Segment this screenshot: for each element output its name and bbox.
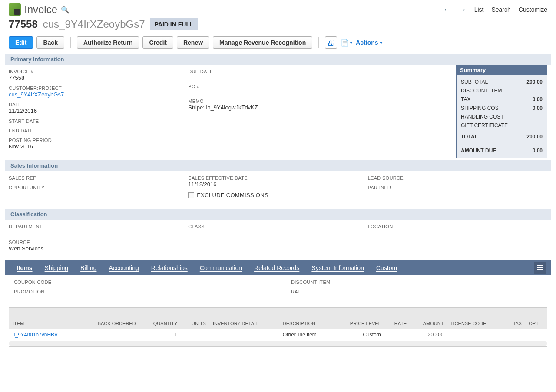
items-table: ITEM BACK ORDERED QUANTITY UNITS INVENTO…	[9, 308, 547, 340]
memo-value: Stripe: in_9Y4IogwJkTdvKZ	[188, 104, 367, 111]
credit-button[interactable]: Credit	[142, 36, 173, 49]
print-icon: 🖨	[327, 38, 335, 47]
start-date-label: START DATE	[9, 119, 188, 124]
item-desc: Other line item	[279, 329, 334, 341]
tab-accounting[interactable]: Accounting	[103, 261, 145, 275]
table-row[interactable]: ii_9Y4It01b7vhHBV 1 Other line item Cust…	[9, 329, 547, 341]
item-link[interactable]: ii_9Y4It01b7vhHBV	[13, 332, 58, 338]
tax-value: 0.00	[533, 96, 543, 102]
sales-rep-label: SALES REP	[9, 175, 188, 181]
primary-section-header: Primary Information	[5, 54, 551, 65]
item-amount: 200.00	[410, 329, 447, 341]
location-label: LOCATION	[368, 224, 547, 229]
discount-item-label: DISCOUNT ITEM	[291, 280, 542, 285]
date-value: 11/12/2016	[9, 108, 188, 114]
subtabs: Items Shipping Billing Accounting Relati…	[5, 260, 551, 275]
exclude-commissions-checkbox[interactable]	[188, 192, 194, 198]
tab-shipping[interactable]: Shipping	[39, 261, 75, 275]
opportunity-label: OPPORTUNITY	[9, 185, 188, 190]
edit-button[interactable]: Edit	[9, 36, 33, 49]
lead-source-label: LEAD SOURCE	[368, 175, 547, 181]
amount-due-label: AMOUNT DUE	[461, 148, 496, 154]
record-id: 77558	[9, 18, 38, 30]
authorize-return-button[interactable]: Authorize Return	[77, 36, 139, 49]
col-license: LICENSE CODE	[447, 308, 504, 329]
search-icon[interactable]: 🔍	[61, 6, 70, 14]
items-table-wrap: ITEM BACK ORDERED QUANTITY UNITS INVENTO…	[9, 307, 547, 347]
promotion-label: PROMOTION	[14, 289, 265, 294]
col-inventory: INVENTORY DETAIL	[209, 308, 279, 329]
effective-date-label: SALES EFFECTIVE DATE	[188, 175, 367, 181]
svg-rect-0	[537, 265, 543, 266]
back-button[interactable]: Back	[36, 36, 64, 49]
page-title: Invoice	[24, 3, 57, 16]
search-link[interactable]: Search	[492, 6, 511, 13]
tab-custom[interactable]: Custom	[370, 261, 403, 275]
forward-arrow-icon[interactable]: →	[459, 5, 467, 14]
subtotal-value: 200.00	[526, 79, 543, 85]
horizontal-scrollbar[interactable]	[9, 341, 547, 346]
manage-revenue-button[interactable]: Manage Revenue Recognition	[213, 36, 312, 49]
shipping-value: 0.00	[533, 105, 543, 111]
tab-relationships[interactable]: Relationships	[145, 261, 194, 275]
tax-label: TAX	[461, 96, 470, 102]
status-badge: PAID IN FULL	[150, 18, 198, 30]
summary-header: Summary	[457, 65, 547, 75]
invoice-no-value: 77558	[9, 75, 188, 81]
tab-menu-icon[interactable]	[534, 262, 546, 274]
posting-label: POSTING PERIOD	[9, 138, 188, 143]
memo-label: MEMO	[188, 99, 367, 104]
col-quantity: QUANTITY	[139, 308, 181, 329]
end-date-label: END DATE	[9, 128, 188, 133]
svg-rect-2	[537, 269, 543, 270]
tab-communication[interactable]: Communication	[194, 261, 248, 275]
rate-label: RATE	[291, 289, 542, 294]
posting-value: Nov 2016	[9, 143, 188, 150]
classification-section-header: Classification	[5, 209, 551, 220]
tab-billing[interactable]: Billing	[74, 261, 103, 275]
col-rate: RATE	[384, 308, 410, 329]
department-label: DEPARTMENT	[9, 224, 188, 229]
divider	[318, 37, 319, 48]
class-label: CLASS	[188, 224, 367, 229]
sales-section-header: Sales Information	[5, 160, 551, 171]
col-description: DESCRIPTION	[279, 308, 334, 329]
due-date-label: DUE DATE	[188, 69, 367, 74]
renew-button[interactable]: Renew	[177, 36, 209, 49]
coupon-code-label: COUPON CODE	[14, 280, 265, 285]
exclude-commissions-label: EXCLUDE COMMISSIONS	[197, 192, 268, 198]
customize-link[interactable]: Customize	[519, 6, 547, 13]
invoice-icon	[9, 3, 21, 16]
divider	[70, 37, 71, 48]
handling-label: HANDLING COST	[461, 114, 504, 120]
shipping-label: SHIPPING COST	[461, 105, 502, 111]
gift-label: GIFT CERTIFICATE	[461, 122, 508, 128]
col-back-ordered: BACK ORDERED	[79, 308, 139, 329]
col-amount: AMOUNT	[410, 308, 447, 329]
col-opt: OPT	[525, 308, 547, 329]
tab-items[interactable]: Items	[10, 261, 39, 275]
col-item: ITEM	[9, 308, 79, 329]
item-price: Custom	[334, 329, 384, 341]
svg-rect-1	[537, 267, 543, 268]
date-label: DATE	[9, 102, 188, 107]
record-name: cus_9Y4IrXZeoybGs7	[43, 18, 145, 30]
effective-date-value: 11/12/2016	[188, 181, 367, 188]
list-link[interactable]: List	[474, 6, 484, 13]
customer-label: CUSTOMER:PROJECT	[9, 86, 188, 91]
source-value: Web Services	[9, 245, 547, 252]
tab-related-records[interactable]: Related Records	[248, 261, 305, 275]
summary-box: Summary SUBTOTAL200.00 DISCOUNT ITEM TAX…	[456, 65, 547, 158]
partner-label: PARTNER	[368, 185, 547, 190]
actions-dropdown[interactable]: Actions▾	[356, 39, 382, 46]
back-arrow-icon[interactable]: ←	[443, 5, 451, 14]
subtotal-label: SUBTOTAL	[461, 79, 488, 85]
tab-system-information[interactable]: System Information	[305, 261, 370, 275]
col-units: UNITS	[181, 308, 209, 329]
discount-label: DISCOUNT ITEM	[461, 88, 502, 94]
col-price-level: PRICE LEVEL	[334, 308, 384, 329]
customer-link[interactable]: cus_9Y4IrXZeoybGs7	[9, 91, 188, 98]
print-button[interactable]: 🖨	[325, 36, 337, 49]
new-doc-dropdown[interactable]: 📄▾	[341, 39, 352, 47]
col-tax: TAX	[504, 308, 525, 329]
